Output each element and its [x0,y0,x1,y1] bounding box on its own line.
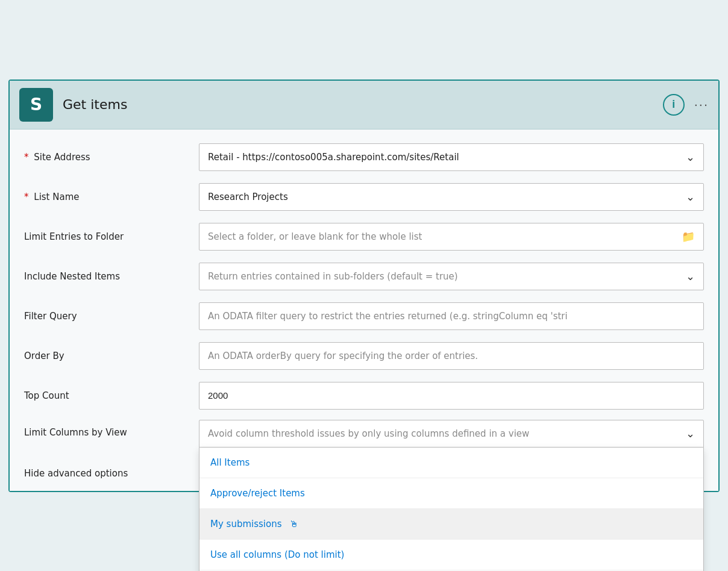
top-count-label: Top Count [24,390,199,401]
site-address-row: * Site Address Retail - https://contoso0… [24,142,704,173]
order-by-placeholder: An ODATA orderBy query for specifying th… [208,351,478,361]
info-button[interactable]: i [663,94,685,116]
limit-columns-dropdown-container: Avoid column threshold issues by only us… [199,420,704,448]
limit-entries-label: Limit Entries to Folder [24,231,199,242]
limit-columns-placeholder: Avoid column threshold issues by only us… [208,428,529,439]
logo-letter: S [30,95,42,114]
limit-entries-row: Limit Entries to Folder Select a folder,… [24,221,704,252]
limit-entries-placeholder: Select a folder, or leave blank for the … [208,231,422,242]
limit-columns-label: Limit Columns by View [24,420,199,438]
panel-title: Get items [63,97,663,112]
list-name-row: * List Name Research Projects ⌄ [24,181,704,213]
dropdown-item-all-items[interactable]: All Items [199,448,703,478]
dropdown-item-my-submissions[interactable]: My submissions 🖱 [199,509,703,540]
limit-columns-dropdown[interactable]: Avoid column threshold issues by only us… [199,420,704,448]
site-address-chevron-icon: ⌄ [686,151,695,163]
include-nested-label: Include Nested Items [24,271,199,282]
top-count-input[interactable] [199,382,704,410]
list-name-chevron-icon: ⌄ [686,190,695,203]
limit-entries-field[interactable]: Select a folder, or leave blank for the … [199,223,704,251]
dropdown-item-approve-reject[interactable]: Approve/reject Items [199,478,703,509]
limit-columns-row: Limit Columns by View Avoid column thres… [24,420,704,451]
cursor-pointer-icon: 🖱 [289,519,298,529]
order-by-label: Order By [24,351,199,361]
site-address-label: * Site Address [24,152,199,163]
required-star-site: * [24,152,29,163]
sharepoint-logo: S [19,88,53,122]
list-name-field[interactable]: Research Projects ⌄ [199,183,704,211]
site-address-field[interactable]: Retail - https://contoso005a.sharepoint.… [199,143,704,171]
filter-query-field[interactable]: An ODATA filter query to restrict the en… [199,302,704,330]
include-nested-placeholder: Return entries contained in sub-folders … [208,271,458,282]
include-nested-chevron-icon: ⌄ [686,270,695,282]
hide-advanced-label[interactable]: Hide advanced options [24,468,199,479]
required-star-list: * [24,192,29,202]
list-name-label: * List Name [24,192,199,202]
filter-query-label: Filter Query [24,311,199,322]
filter-query-row: Filter Query An ODATA filter query to re… [24,301,704,332]
top-count-row: Top Count [24,380,704,411]
form-body: * Site Address Retail - https://contoso0… [10,129,718,491]
dropdown-item-use-all-columns[interactable]: Use all columns (Do not limit) [199,540,703,570]
order-by-field[interactable]: An ODATA orderBy query for specifying th… [199,342,704,370]
get-items-panel: S Get items i ··· * Site Address Retail … [8,80,720,492]
header-actions: i ··· [663,94,709,116]
panel-header: S Get items i ··· [10,81,718,129]
list-name-value: Research Projects [208,192,288,202]
order-by-row: Order By An ODATA orderBy query for spec… [24,340,704,372]
folder-icon: 📁 [682,230,695,243]
limit-columns-menu: All Items Approve/reject Items My submis… [199,448,704,572]
filter-query-placeholder: An ODATA filter query to restrict the en… [208,311,568,322]
include-nested-row: Include Nested Items Return entries cont… [24,261,704,292]
include-nested-field[interactable]: Return entries contained in sub-folders … [199,263,704,290]
site-address-value: Retail - https://contoso005a.sharepoint.… [208,152,459,163]
limit-columns-chevron-icon: ⌄ [686,427,695,440]
more-button[interactable]: ··· [694,97,709,113]
